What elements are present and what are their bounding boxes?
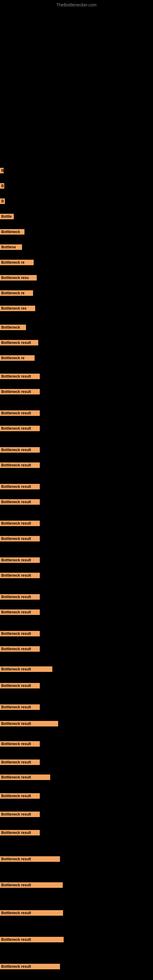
bar-item: Bottleneck result — [0, 573, 40, 578]
bar-item: Bottleneck re — [0, 355, 35, 361]
bar-label: Bottleneck result — [0, 499, 40, 505]
bar-label: Bottleneck result — [0, 811, 40, 817]
bar-label: Bottleneck result — [0, 340, 38, 345]
bar-item: Bottleneck result — [0, 759, 40, 765]
bar-label: Bottleneck result — [0, 667, 52, 672]
bar-item: Bottleneck result — [0, 830, 40, 835]
bar-label: Bottleneck re — [0, 290, 33, 296]
bar-item: Bottlene — [0, 244, 22, 250]
bar-label: Bottleneck result — [0, 741, 40, 747]
bar-label: Bottleneck result — [0, 721, 58, 726]
bar-item: Bottleneck result — [0, 594, 40, 600]
bar-label: Bottleneck result — [0, 594, 40, 600]
bar-label: Bottleneck result — [0, 759, 40, 765]
bar-item: Bottleneck result — [0, 793, 40, 799]
bar-item: Bottleneck result — [0, 667, 52, 672]
bar-item: Bottleneck re — [0, 290, 33, 296]
bar-label: B — [0, 183, 4, 189]
bar-item: Bottleneck res — [0, 305, 35, 311]
bar-item: Bottleneck result — [0, 340, 38, 345]
bar-item: B — [0, 183, 4, 189]
bar-label: Bottleneck — [0, 229, 24, 235]
bar-item: B — [0, 168, 4, 173]
bar-item: Bottleneck result — [0, 705, 40, 710]
bar-item: Bottleneck resu — [0, 275, 37, 280]
bar-label: Bottleneck result — [0, 882, 63, 888]
bar-item: Bottleneck result — [0, 609, 40, 615]
bar-item: Bottleneck — [0, 229, 24, 235]
bar-item: Bottleneck result — [0, 374, 40, 379]
bar-item: Bottleneck result — [0, 646, 40, 652]
bar-label: Bottleneck result — [0, 937, 64, 942]
bar-label: Bottleneck result — [0, 856, 60, 862]
bar-label: Bottleneck result — [0, 447, 40, 453]
bar-label: Bottleneck result — [0, 484, 40, 489]
bar-label: Bottleneck result — [0, 374, 40, 379]
bar-item: Bottleneck result — [0, 536, 40, 541]
bar-item: Bottleneck result — [0, 741, 40, 747]
bar-label: Bottleneck result — [0, 910, 63, 916]
bar-label: Bottleneck result — [0, 683, 40, 689]
bar-label: Bottleneck re — [0, 355, 35, 361]
bar-label: Bottleneck result — [0, 573, 40, 578]
bar-item: Bottleneck result — [0, 721, 58, 726]
bar-item: Bottleneck result — [0, 964, 60, 969]
bar-item: Bottleneck result — [0, 910, 63, 916]
bar-item: Bottle — [0, 214, 14, 219]
bar-label: Bottleneck result — [0, 389, 40, 395]
bar-item: Bottleneck result — [0, 811, 40, 817]
bar-label: Bottleneck result — [0, 775, 50, 780]
bar-label: Bottleneck — [0, 325, 26, 330]
bar-label: Bottlene — [0, 244, 22, 250]
bar-label: Bottleneck result — [0, 609, 40, 615]
bar-item: Bottleneck result — [0, 631, 40, 636]
bar-label: Bottleneck result — [0, 830, 40, 835]
bar-label: Bottleneck result — [0, 793, 40, 799]
bar-label: B — [0, 199, 5, 204]
bar-item: Bottleneck result — [0, 520, 40, 526]
bar-label: Bottleneck result — [0, 557, 40, 563]
bar-item: Bottleneck result — [0, 937, 64, 942]
bar-label: Bottleneck result — [0, 631, 40, 636]
bar-item: Bottleneck result — [0, 447, 40, 453]
bar-item: Bottleneck result — [0, 410, 40, 416]
bar-item: Bottleneck result — [0, 463, 40, 468]
bar-label: Bottleneck result — [0, 520, 40, 526]
bar-label: Bottleneck resu — [0, 275, 37, 280]
bar-item: Bottleneck result — [0, 389, 40, 395]
bar-label: Bottleneck result — [0, 646, 40, 652]
bar-label: Bottleneck re — [0, 260, 33, 265]
bar-label: Bottleneck result — [0, 426, 40, 431]
bar-item: Bottleneck result — [0, 683, 40, 689]
bar-item: B — [0, 199, 5, 204]
bar-label: Bottleneck res — [0, 305, 35, 311]
bar-label: Bottleneck result — [0, 964, 60, 969]
site-title: TheBottlenecker.com — [56, 2, 97, 7]
bar-item: Bottleneck result — [0, 426, 40, 431]
bar-label: Bottleneck result — [0, 536, 40, 541]
bar-label: Bottleneck result — [0, 705, 40, 710]
bar-label: Bottle — [0, 214, 14, 219]
bar-item: Bottleneck re — [0, 260, 33, 265]
bar-item: Bottleneck result — [0, 775, 50, 780]
bar-item: Bottleneck result — [0, 484, 40, 489]
bar-label: B — [0, 168, 4, 173]
bar-item: Bottleneck result — [0, 557, 40, 563]
bar-label: Bottleneck result — [0, 410, 40, 416]
bar-item: Bottleneck result — [0, 882, 63, 888]
bar-item: Bottleneck result — [0, 499, 40, 505]
bar-label: Bottleneck result — [0, 463, 40, 468]
bar-item: Bottleneck — [0, 325, 26, 330]
bar-item: Bottleneck result — [0, 856, 60, 862]
